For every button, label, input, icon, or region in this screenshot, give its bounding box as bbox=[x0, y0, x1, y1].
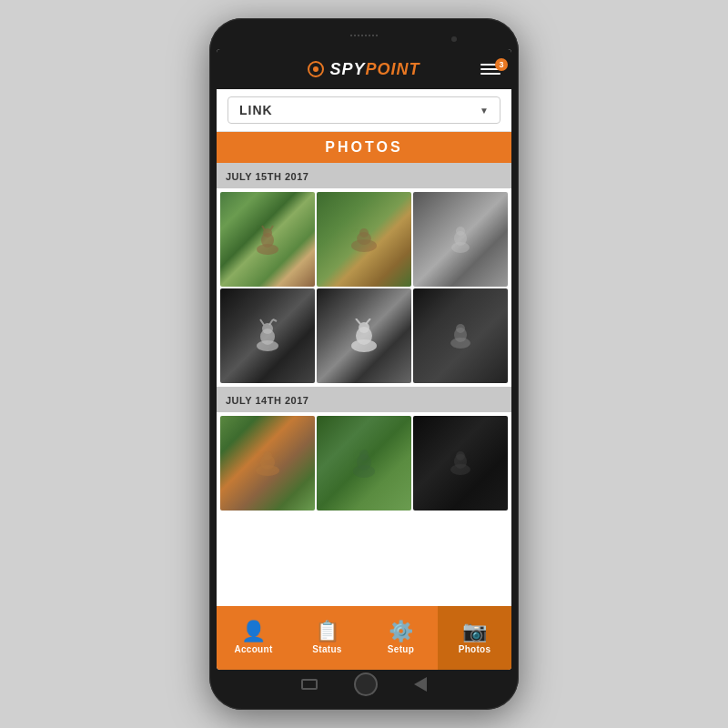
nav-item-photos[interactable]: 📷 Photos bbox=[438, 606, 511, 670]
photo-cell[interactable] bbox=[317, 288, 411, 383]
menu-bar-3 bbox=[480, 73, 500, 75]
nav-item-status[interactable]: 📋 Status bbox=[290, 606, 364, 670]
photo-cell[interactable] bbox=[413, 416, 508, 511]
phone-shell: SPYPOINT 3 LINK ▼ PHOTOS JUL bbox=[209, 18, 519, 710]
nav-item-setup[interactable]: ⚙️ Setup bbox=[364, 606, 438, 670]
bottom-nav: 👤 Account 📋 Status ⚙️ Setup 📷 Photos bbox=[217, 606, 511, 670]
photo-image bbox=[317, 288, 411, 383]
date-label-july15: JULY 15TH 2017 bbox=[226, 171, 308, 182]
recent-apps-button[interactable] bbox=[301, 679, 318, 690]
svg-line-4 bbox=[270, 226, 273, 230]
photo-cell[interactable] bbox=[413, 288, 508, 383]
camera-dropdown[interactable]: LINK ▼ bbox=[228, 96, 500, 124]
photo-image bbox=[317, 192, 411, 287]
svg-point-10 bbox=[456, 227, 465, 236]
photo-cell[interactable] bbox=[317, 416, 411, 511]
logo-text: SPYPOINT bbox=[329, 60, 420, 79]
nav-label-status: Status bbox=[312, 644, 341, 654]
photo-grid-july14 bbox=[217, 412, 511, 514]
nav-item-account[interactable]: 👤 Account bbox=[217, 606, 290, 670]
photo-image bbox=[220, 416, 315, 511]
photo-gallery[interactable]: JULY 15TH 2017 bbox=[217, 163, 511, 606]
photo-grid-july15 bbox=[217, 188, 511, 387]
nav-label-photos: Photos bbox=[459, 644, 491, 654]
photo-image bbox=[413, 416, 508, 511]
nav-label-account: Account bbox=[234, 644, 272, 654]
svg-line-15 bbox=[269, 319, 273, 325]
setup-icon: ⚙️ bbox=[389, 622, 413, 642]
menu-button[interactable]: 3 bbox=[480, 64, 500, 75]
phone-top-bar bbox=[217, 29, 511, 49]
spypoint-logo: SPYPOINT bbox=[308, 60, 420, 79]
svg-point-27 bbox=[263, 451, 272, 460]
svg-line-21 bbox=[366, 318, 370, 324]
svg-point-30 bbox=[359, 450, 369, 460]
photo-cell[interactable] bbox=[413, 192, 508, 287]
svg-line-20 bbox=[356, 318, 360, 324]
speaker bbox=[350, 35, 378, 36]
date-section-july15: JULY 15TH 2017 bbox=[217, 163, 511, 188]
dropdown-arrow-icon: ▼ bbox=[480, 106, 489, 116]
photo-cell[interactable] bbox=[220, 192, 315, 287]
account-icon: 👤 bbox=[241, 622, 266, 642]
svg-point-33 bbox=[456, 451, 465, 460]
photo-cell[interactable] bbox=[220, 416, 315, 511]
notification-badge: 3 bbox=[495, 58, 508, 71]
camera-selector: LINK ▼ bbox=[217, 89, 511, 132]
photos-icon: 📷 bbox=[462, 622, 487, 642]
front-camera bbox=[451, 36, 457, 42]
svg-line-14 bbox=[260, 319, 264, 325]
phone-screen: SPYPOINT 3 LINK ▼ PHOTOS JUL bbox=[217, 49, 511, 670]
date-label-july14: JULY 14TH 2017 bbox=[226, 395, 308, 406]
logo-spy: SPY bbox=[329, 60, 365, 78]
logo-point: POINT bbox=[366, 60, 420, 78]
photo-cell[interactable] bbox=[317, 192, 411, 287]
photo-image bbox=[317, 416, 411, 511]
date-section-july14: JULY 14TH 2017 bbox=[217, 387, 511, 412]
photo-image bbox=[220, 288, 315, 383]
photo-cell[interactable] bbox=[220, 288, 315, 383]
svg-line-16 bbox=[273, 319, 277, 321]
svg-point-7 bbox=[359, 228, 369, 238]
nav-label-setup: Setup bbox=[388, 644, 414, 654]
status-icon: 📋 bbox=[315, 622, 339, 642]
photo-image bbox=[413, 288, 508, 383]
photos-header: PHOTOS bbox=[217, 132, 511, 163]
back-button[interactable] bbox=[414, 677, 427, 692]
photo-image bbox=[220, 192, 315, 287]
camera-name: LINK bbox=[239, 103, 273, 117]
photo-image bbox=[413, 192, 508, 287]
app-header: SPYPOINT 3 bbox=[217, 49, 511, 89]
photos-title: PHOTOS bbox=[325, 139, 402, 155]
svg-point-24 bbox=[456, 324, 465, 333]
home-button[interactable] bbox=[354, 672, 378, 696]
svg-line-3 bbox=[262, 226, 265, 230]
phone-bottom bbox=[217, 670, 511, 699]
logo-target-icon bbox=[308, 61, 324, 77]
